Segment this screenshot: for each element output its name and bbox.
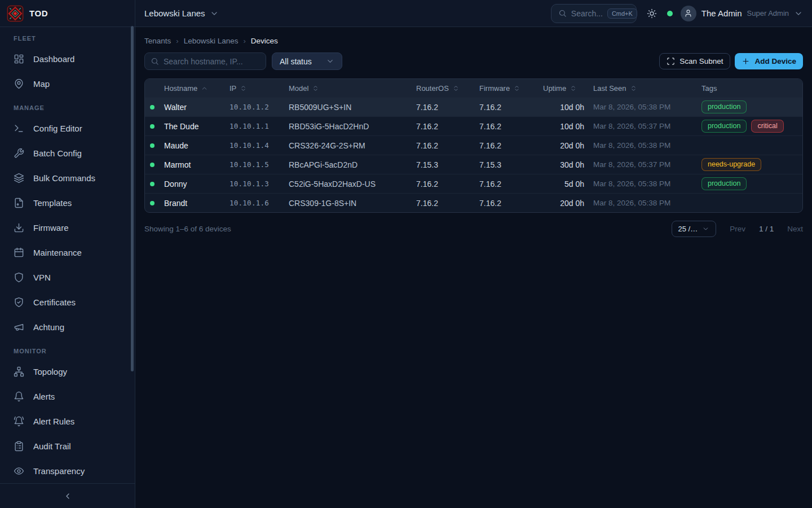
main-column: Lebowski Lanes Search... Cmd+K The A (135, 0, 812, 508)
sidebar-item-alerts[interactable]: Alerts (7, 384, 128, 409)
sidebar-item-templates[interactable]: Templates (7, 190, 128, 215)
status-online-dot (150, 105, 155, 110)
sidebar-item-map[interactable]: Map (7, 71, 128, 96)
table-row[interactable]: Donny10.10.1.3C52iG-5HaxD2HaxD-US7.16.27… (145, 174, 802, 193)
table-row[interactable]: The Dude10.10.1.1RBD53iG-5HacD2HnD7.16.2… (145, 116, 802, 135)
table-row[interactable]: Marmot10.10.1.5RBcAPGi-5acD2nD7.15.37.15… (145, 155, 802, 174)
status-online-dot (150, 163, 155, 167)
cell-firmware: 7.16.2 (475, 199, 539, 208)
sidebar-section-label: MONITOR (7, 348, 128, 354)
sidebar-item-label: Maintenance (33, 248, 82, 257)
sort-icon (513, 85, 520, 92)
sidebar-item-topology[interactable]: Topology (7, 359, 128, 384)
user-menu[interactable]: The Admin Super Admin (681, 6, 803, 21)
sidebar-scrollbar-thumb[interactable] (131, 26, 134, 371)
tod-logo-icon (7, 5, 24, 22)
sidebar-item-alert-rules[interactable]: Alert Rules (7, 409, 128, 433)
cell-ip: 10.10.1.1 (225, 122, 284, 130)
cell-ip: 10.10.1.5 (225, 160, 284, 169)
download-icon (14, 222, 24, 233)
status-online-dot (150, 143, 155, 148)
filter-row: All status Scan Subnet Add Device (144, 52, 803, 70)
sidebar-section: FLEETDashboardMap (7, 35, 128, 96)
column-header-firmware[interactable]: Firmware (475, 84, 539, 93)
global-search[interactable]: Search... Cmd+K (551, 4, 637, 23)
column-header-uptime[interactable]: Uptime (539, 84, 589, 93)
column-header-model[interactable]: Model (284, 84, 412, 93)
chevron-down-icon (702, 225, 709, 233)
status-online-dot (150, 124, 155, 129)
add-device-button[interactable]: Add Device (735, 53, 803, 69)
cell-firmware: 7.16.2 (475, 122, 539, 131)
user-name: The Admin (701, 8, 742, 18)
tenant-switcher[interactable]: Lebowski Lanes (144, 8, 219, 18)
sidebar-item-label: Transparency (33, 466, 85, 476)
sidebar-item-batch-config[interactable]: Batch Config (7, 141, 128, 165)
cell-hostname: The Dude (160, 122, 225, 131)
sidebar-item-bulk-commands[interactable]: Bulk Commands (7, 165, 128, 190)
cell-last-seen: Mar 8, 2026, 05:37 PM (589, 160, 697, 169)
topbar: Lebowski Lanes Search... Cmd+K The A (135, 0, 812, 27)
device-search (144, 52, 266, 70)
scan-subnet-button[interactable]: Scan Subnet (659, 53, 730, 69)
search-shortcut-badge: Cmd+K (607, 8, 637, 19)
cell-uptime: 10d 0h (539, 122, 589, 131)
status-filter-select[interactable]: All status (272, 52, 342, 70)
column-label: Last Seen (593, 84, 626, 93)
sidebar-item-label: VPN (33, 273, 51, 282)
cell-ip: 10.10.1.3 (225, 179, 284, 188)
sidebar-item-label: Firmware (33, 223, 69, 233)
prev-page-button[interactable]: Prev (730, 225, 745, 233)
cell-model: RB5009UG+S+IN (284, 103, 412, 112)
sidebar-section-label: FLEET (7, 35, 128, 42)
sidebar-item-transparency[interactable]: Transparency (7, 458, 128, 483)
cell-routeros: 7.16.2 (412, 141, 475, 150)
chevron-left-icon (63, 492, 72, 501)
app-logo[interactable]: TOD (0, 0, 135, 27)
table-row[interactable]: Maude10.10.1.4CRS326-24G-2S+RM7.16.27.16… (145, 135, 802, 155)
sidebar-item-label: Alerts (33, 392, 55, 401)
cell-ip: 10.10.1.6 (225, 199, 284, 207)
cell-status (145, 124, 160, 129)
app-root: TOD FLEETDashboardMapMANAGEConfig Editor… (0, 0, 812, 508)
sidebar-item-audit-trail[interactable]: Audit Trail (7, 433, 128, 458)
next-page-button[interactable]: Next (787, 225, 803, 233)
cell-status (145, 143, 160, 148)
tag-badge-production: production (701, 100, 747, 113)
cell-last-seen: Mar 8, 2026, 05:38 PM (589, 103, 697, 111)
column-label: Uptime (543, 84, 566, 93)
sidebar-item-certificates[interactable]: Certificates (7, 290, 128, 314)
shield-check-icon (14, 297, 24, 308)
table-row[interactable]: Brandt10.10.1.6CRS309-1G-8S+IN7.16.27.16… (145, 193, 802, 212)
plus-icon (742, 57, 750, 65)
chevron-down-icon (326, 57, 334, 65)
device-search-input[interactable] (164, 57, 260, 66)
cell-tags: production (697, 177, 802, 190)
column-header-last-seen[interactable]: Last Seen (589, 84, 697, 93)
sidebar-item-label: Alert Rules (33, 417, 74, 426)
sidebar-item-maintenance[interactable]: Maintenance (7, 240, 128, 265)
sort-icon (452, 85, 460, 92)
topbar-right: Search... Cmd+K The Admin Super Admin (551, 4, 803, 23)
table-row[interactable]: Walter10.10.1.2RB5009UG+S+IN7.16.27.16.2… (145, 97, 802, 116)
table-footer: Showing 1–6 of 6 devices 25 /… Prev 1 / … (144, 221, 803, 237)
breadcrumb-separator: › (243, 37, 245, 45)
page-size-select[interactable]: 25 /… (672, 221, 717, 237)
sidebar-item-vpn[interactable]: VPN (7, 265, 128, 290)
page-size-value: 25 /… (678, 225, 698, 233)
theme-toggle-button[interactable] (645, 6, 659, 21)
breadcrumb-tenant[interactable]: Lebowski Lanes (184, 37, 239, 45)
column-label: IP (230, 84, 236, 93)
column-header-hostname[interactable]: Hostname (160, 84, 225, 93)
cell-status (145, 201, 160, 205)
column-header-ip[interactable]: IP (225, 84, 284, 93)
breadcrumb-tenants[interactable]: Tenants (144, 37, 171, 45)
sidebar-item-dashboard[interactable]: Dashboard (7, 46, 128, 71)
column-header-routeros[interactable]: RouterOS (412, 84, 475, 93)
sidebar-collapse-button[interactable] (0, 483, 135, 508)
sidebar-item-label: Templates (33, 198, 72, 208)
sidebar-item-achtung[interactable]: Achtung (7, 314, 128, 339)
sidebar-item-config-editor[interactable]: Config Editor (7, 116, 128, 141)
tag-badge-production: production (701, 120, 747, 133)
sidebar-item-firmware[interactable]: Firmware (7, 215, 128, 240)
